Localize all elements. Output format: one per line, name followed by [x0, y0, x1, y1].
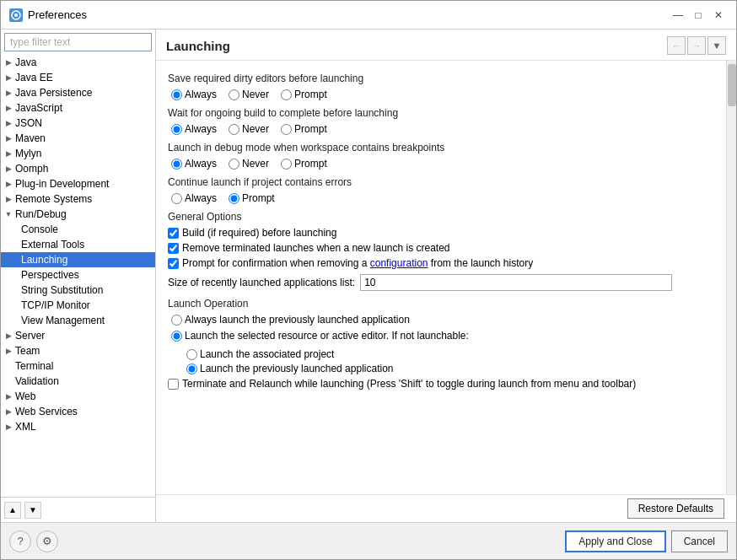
sidebar-item-team[interactable]: ▶ Team	[1, 343, 155, 358]
expand-arrow: ▶	[4, 180, 13, 188]
sidebar-item-label: Launching	[21, 254, 67, 266]
sidebar-item-run-debug[interactable]: ▼ Run/Debug	[1, 207, 155, 222]
nav-dropdown-button[interactable]: ▼	[707, 36, 726, 55]
always-launch-prev-text: Always launch the previously launched ap…	[185, 314, 410, 326]
sidebar-item-java-ee[interactable]: ▶ Java EE	[1, 70, 155, 85]
section4-prompt-radio[interactable]	[229, 193, 239, 204]
build-before-text: Build (if required) before launching	[182, 227, 336, 239]
sidebar-item-maven[interactable]: ▶ Maven	[1, 131, 155, 146]
sidebar-item-mylyn[interactable]: ▶ Mylyn	[1, 146, 155, 161]
section1-never-radio[interactable]	[229, 89, 239, 100]
maximize-button[interactable]: □	[689, 6, 707, 24]
launch-prev-app-label[interactable]: Launch the previously launched applicati…	[186, 363, 714, 374]
sidebar-item-string-substitution[interactable]: String Substitution	[1, 283, 155, 298]
expand-arrow: ▶	[4, 134, 13, 143]
section3-prompt[interactable]: Prompt	[281, 158, 327, 170]
filter-input[interactable]	[4, 33, 152, 51]
sidebar-item-web-services[interactable]: ▶ Web Services	[1, 404, 155, 419]
launch-assoc-project-label[interactable]: Launch the associated project	[186, 348, 714, 360]
expand-arrow: ▶	[4, 58, 13, 67]
general-options-checkboxes: Build (if required) before launching Rem…	[168, 227, 714, 269]
sidebar-item-java-persistence[interactable]: ▶ Java Persistence	[1, 85, 155, 100]
sidebar-item-server[interactable]: ▶ Server	[1, 328, 155, 343]
sidebar-item-oomph[interactable]: ▶ Oomph	[1, 161, 155, 176]
sidebar-item-web[interactable]: ▶ Web	[1, 389, 155, 404]
expand-arrow: ▶	[4, 347, 13, 355]
section3-never-radio[interactable]	[229, 159, 239, 170]
section4-prompt[interactable]: Prompt	[229, 192, 275, 204]
section1-prompt[interactable]: Prompt	[281, 89, 327, 100]
sidebar-item-xml[interactable]: ▶ XML	[1, 419, 155, 434]
sidebar-item-json[interactable]: ▶ JSON	[1, 116, 155, 131]
size-input[interactable]	[360, 274, 672, 291]
launch-selected-radio[interactable]	[171, 331, 182, 342]
help-button[interactable]: ?	[9, 530, 31, 552]
expand-arrow: ▶	[4, 119, 13, 127]
prompt-confirm-checkbox-label[interactable]: Prompt for confirmation when removing a …	[168, 257, 714, 269]
sidebar-item-javascript[interactable]: ▶ JavaScript	[1, 100, 155, 116]
section3-never[interactable]: Never	[229, 158, 269, 170]
close-button[interactable]: ✕	[709, 6, 728, 24]
sidebar-item-launching[interactable]: Launching	[1, 252, 155, 267]
remove-terminated-checkbox[interactable]	[168, 243, 179, 254]
general-options-label: General Options	[168, 211, 714, 223]
scrollbar-thumb[interactable]	[728, 64, 736, 106]
sidebar-item-label: XML	[15, 421, 36, 433]
section2-prompt-radio[interactable]	[281, 124, 292, 135]
back-button[interactable]: ←	[667, 36, 686, 55]
terminate-checkbox[interactable]	[168, 379, 179, 390]
section4-always-radio[interactable]	[171, 193, 182, 204]
expand-arrow: ▶	[4, 195, 13, 203]
apply-close-button[interactable]: Apply and Close	[565, 530, 665, 552]
sidebar-item-perspectives[interactable]: Perspectives	[1, 267, 155, 283]
section3-label: Launch in debug mode when workspace cont…	[168, 142, 714, 153]
sidebar-item-validation[interactable]: Validation	[1, 374, 155, 389]
sidebar-item-label: Java Persistence	[15, 87, 92, 99]
always-launch-prev-radio[interactable]	[171, 315, 182, 326]
scroll-up-button[interactable]: ▲	[4, 502, 21, 519]
sidebar-item-plugin-development[interactable]: ▶ Plug-in Development	[1, 176, 155, 191]
cancel-button[interactable]: Cancel	[671, 530, 728, 552]
section1-always[interactable]: Always	[171, 89, 217, 100]
restore-defaults-button[interactable]: Restore Defaults	[627, 498, 724, 519]
sidebar-item-tcp-ip-monitor[interactable]: TCP/IP Monitor	[1, 298, 155, 313]
section4-always[interactable]: Always	[171, 192, 217, 204]
expand-arrow: ▶	[4, 423, 13, 431]
sidebar-item-external-tools[interactable]: External Tools	[1, 237, 155, 252]
launch-prev-app-radio[interactable]	[186, 363, 197, 374]
section2-never[interactable]: Never	[229, 123, 269, 135]
sidebar-item-java[interactable]: ▶ Java	[1, 55, 155, 70]
build-before-checkbox-label[interactable]: Build (if required) before launching	[168, 227, 714, 239]
always-launch-prev-label[interactable]: Always launch the previously launched ap…	[171, 314, 410, 326]
section3-always[interactable]: Always	[171, 158, 217, 170]
sidebar-item-label: Java	[15, 57, 36, 68]
scroll-down-button[interactable]: ▼	[24, 502, 41, 519]
launch-assoc-project-radio[interactable]	[186, 349, 197, 360]
section2-prompt[interactable]: Prompt	[281, 123, 327, 135]
section2-always-radio[interactable]	[171, 124, 182, 135]
settings-button[interactable]: ⚙	[36, 530, 58, 552]
section3-prompt-radio[interactable]	[281, 159, 292, 170]
sidebar-item-view-management[interactable]: View Management	[1, 313, 155, 328]
sidebar-item-remote-systems[interactable]: ▶ Remote Systems	[1, 191, 155, 207]
page-title: Launching	[166, 39, 230, 53]
titlebar-left: Preferences	[9, 8, 87, 22]
sidebar-item-console[interactable]: Console	[1, 222, 155, 237]
sidebar-item-label: String Substitution	[21, 284, 103, 296]
section1-always-radio[interactable]	[171, 89, 182, 100]
remove-terminated-checkbox-label[interactable]: Remove terminated launches when a new la…	[168, 242, 714, 254]
minimize-button[interactable]: —	[669, 6, 687, 24]
section1-prompt-radio[interactable]	[281, 89, 292, 100]
prompt-confirm-checkbox[interactable]	[168, 258, 179, 269]
sidebar-item-label: JavaScript	[15, 102, 62, 114]
section3-always-radio[interactable]	[171, 159, 182, 170]
launch-selected-label[interactable]: Launch the selected resource or active e…	[171, 330, 469, 342]
sidebar-item-terminal[interactable]: Terminal	[1, 358, 155, 374]
section2-never-radio[interactable]	[229, 124, 239, 135]
sidebar-item-label: Terminal	[15, 360, 53, 372]
section2-always[interactable]: Always	[171, 123, 217, 135]
configuration-link[interactable]: configuration	[370, 257, 428, 269]
build-before-checkbox[interactable]	[168, 228, 179, 239]
forward-button[interactable]: →	[687, 36, 706, 55]
section1-never[interactable]: Never	[229, 89, 269, 100]
